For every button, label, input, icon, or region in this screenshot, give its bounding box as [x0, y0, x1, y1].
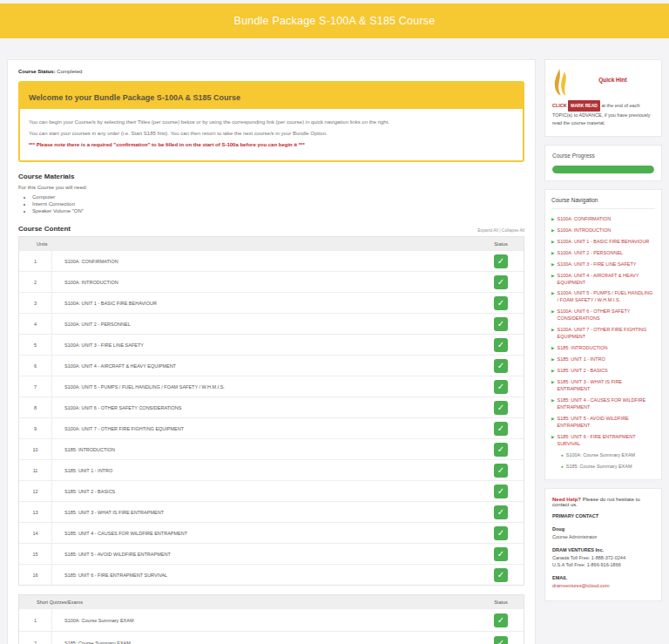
unit-link[interactable]: S100A: INTRODUCTION: [64, 280, 118, 285]
completed-check-icon: ✓: [494, 547, 508, 561]
table-row: 2 S100A: INTRODUCTION ✓: [19, 271, 524, 292]
play-icon: ▶: [551, 262, 554, 268]
table-row: 16 S185: UNIT 6 - FIRE ENTRAPMENT SURVIV…: [19, 564, 524, 585]
nav-item: ▶S100A: UNIT 2 - PERSONNEL: [551, 247, 655, 259]
nav-link[interactable]: S185: UNIT 2 - BASICS: [557, 368, 607, 375]
unit-link[interactable]: S100A: UNIT 7 - OTHER FIRE FIGHTING EQUI…: [64, 426, 184, 431]
nav-link[interactable]: S185: UNIT 3 - WHAT IS FIRE ENTRAPMENT: [557, 379, 655, 393]
nav-item: ▶S100A: INTRODUCTION: [551, 225, 655, 236]
unit-link[interactable]: S100A: UNIT 2 - PERSONNEL: [64, 322, 131, 327]
table-row: 13 S185: UNIT 3 - WHAT IS FIRE ENTRAPMEN…: [19, 501, 524, 522]
unit-link[interactable]: S185: UNIT 1 - INTRO: [64, 468, 112, 473]
unit-link[interactable]: S100A: UNIT 5 - PUMPS / FUEL HANDLING / …: [64, 384, 225, 390]
course-content-table-head: Units Status: [19, 237, 524, 250]
unit-link[interactable]: S185: UNIT 4 - CAUSES FOR WILDFIRE ENTRA…: [64, 531, 187, 536]
quick-hint-title: Quick Hint: [571, 77, 654, 96]
nav-exam-link[interactable]: S185: Course Summary EXAM: [566, 464, 632, 471]
nav-link[interactable]: S100A: UNIT 7 - OTHER FIRE FIGHTING EQUI…: [557, 327, 655, 341]
nav-item: ▶S100A: UNIT 5 - PUMPS / FUEL HANDLING /…: [551, 288, 655, 307]
unit-link[interactable]: S185: INTRODUCTION: [64, 447, 115, 452]
table-row: 15 S185: UNIT 5 - AVOID WILDFIRE ENTRAPM…: [19, 543, 524, 564]
unit-link[interactable]: S100A: UNIT 6 - OTHER SAFETY CONSIDERATI…: [64, 405, 181, 410]
unit-link[interactable]: S100A: CONFIRMATION: [64, 259, 118, 264]
table-row: 11 S185: UNIT 1 - INTRO ✓: [19, 459, 524, 480]
quiz-number: 1: [19, 609, 52, 631]
nav-exam-item: ●S100A: Course Summary EXAM: [551, 450, 655, 461]
nav-link[interactable]: S185: UNIT 6 - FIRE ENTRAPMENT SURVIVAL: [557, 434, 655, 448]
nav-item: ▶S185: INTRODUCTION: [551, 343, 655, 355]
expand-collapse-link[interactable]: Expand All | Collapse All: [477, 227, 524, 233]
nav-link[interactable]: S100A: UNIT 2 - PERSONNEL: [557, 250, 623, 257]
course-content-title: Course Content: [18, 225, 71, 233]
play-icon: ▶: [551, 357, 554, 363]
completed-check-icon: ✓: [494, 296, 508, 310]
play-icon: ▶: [551, 398, 554, 411]
unit-number: 11: [19, 460, 52, 480]
email-link[interactable]: dramventures@icloud.com: [552, 583, 610, 588]
unit-number: 9: [19, 418, 52, 438]
nav-link[interactable]: S100A: UNIT 3 - FIRE LINE SAFETY: [557, 261, 636, 268]
contact-role: Course Administrator: [552, 533, 654, 541]
unit-link[interactable]: S100A: UNIT 3 - FIRE LINE SAFETY: [64, 342, 144, 348]
table-row: 8 S100A: UNIT 6 - OTHER SAFETY CONSIDERA…: [19, 397, 524, 417]
bullet-dot-icon: ●: [561, 464, 564, 471]
unit-number: 1: [19, 251, 52, 271]
material-item: Internt Connection: [32, 200, 524, 207]
table-row: 2 S185: Course Summary EXAM ✓: [19, 631, 524, 644]
main-content-card: Course Status: Completed Welcome to your…: [7, 59, 536, 644]
nav-link[interactable]: S100A: INTRODUCTION: [557, 227, 611, 234]
welcome-title: Welcome to your Bundle Package S-100A & …: [29, 93, 240, 102]
course-materials-list: Computer Internt Connection Speaker Volu…: [32, 193, 524, 214]
nav-link[interactable]: S100A: UNIT 6 - OTHER SAFETY CONSIDERATI…: [557, 308, 655, 322]
nav-link[interactable]: S185: UNIT 1 - INTRO: [557, 356, 605, 363]
completed-check-icon: ✓: [494, 443, 508, 457]
unit-link[interactable]: S185: UNIT 3 - WHAT IS FIRE ENTRAPMENT: [64, 510, 164, 515]
play-icon: ▶: [551, 217, 554, 223]
unit-link[interactable]: S100A: UNIT 1 - BASIC FIRE BEHAVIOUR: [64, 301, 157, 306]
quiz-link[interactable]: S185: Course Summary EXAM: [64, 641, 131, 644]
unit-number: 8: [19, 397, 52, 417]
nav-item: ▶S185: UNIT 1 - INTRO: [551, 355, 655, 366]
nav-item: ▶S100A: UNIT 6 - OTHER SAFETY CONSIDERAT…: [551, 307, 655, 325]
nav-link[interactable]: S100A: UNIT 4 - AIRCRAFT & HEAVY EQUIPME…: [557, 273, 655, 287]
quizzes-table: Short Quizzes/Exams Status 1 S100A: Cour…: [18, 594, 524, 644]
play-icon: ▶: [551, 291, 554, 304]
course-status: Course Status: Completed: [18, 69, 524, 74]
quiz-link[interactable]: S100A: Course Summary EXAM: [64, 618, 133, 623]
status-column-header: Status: [478, 600, 524, 605]
unit-link[interactable]: S185: UNIT 6 - FIRE ENTRAPMENT SURVIVAL: [64, 573, 167, 578]
quick-hint-click-word: CLICK: [552, 103, 567, 108]
page-body: Course Status: Completed Welcome to your…: [0, 38, 669, 644]
nav-item: ▶S100A: UNIT 4 - AIRCRAFT & HEAVY EQUIPM…: [551, 270, 655, 288]
nav-link[interactable]: S185: INTRODUCTION: [557, 345, 607, 352]
welcome-paragraph-1: You can begin your Course/s by selecting…: [29, 119, 514, 126]
page-header: Bundle Package S-100A & S185 Course: [0, 3, 669, 38]
unit-link[interactable]: S185: UNIT 2 - BASICS: [64, 489, 115, 494]
completed-check-icon: ✓: [494, 401, 508, 415]
nav-link[interactable]: S100A: UNIT 5 - PUMPS / FUEL HANDLING / …: [557, 290, 655, 304]
nav-link[interactable]: S100A: CONFIRMATION: [557, 216, 611, 223]
welcome-paragraph-2: You can start your courses in any order …: [29, 130, 514, 138]
nav-exam-link[interactable]: S100A: Course Summary EXAM: [566, 452, 635, 459]
nav-link[interactable]: S100A: UNIT 1 - BASIC FIRE BEHAVIOUR: [557, 239, 649, 246]
unit-link[interactable]: S100A: UNIT 4 - AIRCRAFT & HEAVY EQUIPME…: [64, 363, 176, 369]
nav-link[interactable]: S185: UNIT 5 - AVOID WILDFIRE ENTRAPMENT: [557, 416, 655, 430]
table-row: 7 S100A: UNIT 5 - PUMPS / FUEL HANDLING …: [19, 376, 524, 397]
mark-read-button[interactable]: MARK READ: [568, 100, 600, 112]
unit-link[interactable]: S185: UNIT 5 - AVOID WILDFIRE ENTRAPMENT: [64, 552, 171, 557]
course-status-value: Completed: [57, 69, 82, 74]
welcome-confirmation-note: *** Please note there is a required "con…: [29, 141, 514, 149]
completed-check-icon: ✓: [494, 636, 508, 644]
nav-link[interactable]: S185: UNIT 4 - CAUSES FOR WILDFIRE ENTRA…: [557, 397, 655, 411]
play-icon: ▶: [551, 251, 554, 257]
table-row: 9 S100A: UNIT 7 - OTHER FIRE FIGHTING EQ…: [19, 417, 524, 438]
nav-item: ▶S100A: UNIT 7 - OTHER FIRE FIGHTING EQU…: [551, 325, 655, 343]
flame-logo-icon: [552, 68, 571, 96]
play-icon: ▶: [551, 369, 554, 375]
unit-number: 15: [19, 544, 52, 564]
table-row: 1 S100A: CONFIRMATION ✓: [19, 250, 524, 271]
material-item: Speaker Volume "ON": [32, 207, 524, 214]
completed-check-icon: ✓: [494, 254, 508, 268]
completed-check-icon: ✓: [494, 526, 508, 540]
play-icon: ▶: [551, 228, 554, 234]
